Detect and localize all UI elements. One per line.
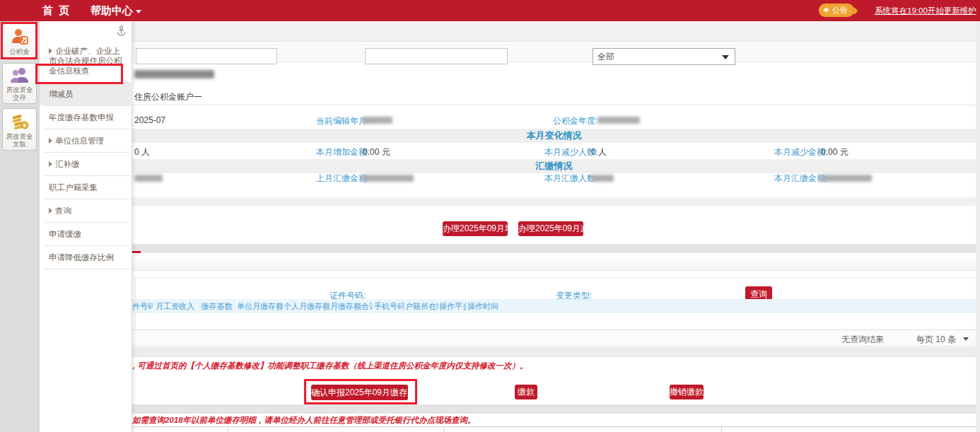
icon-rail: 公积金 房改资金 交存 ¥ 房改资金 xyxy=(0,21,40,432)
remit-count-label: 本月汇缴人数: xyxy=(544,173,597,185)
add-member-button[interactable]: 办理2025年09月增员 xyxy=(443,221,508,236)
change-type-value: 全部 xyxy=(597,52,614,62)
current-edit-month-label: 当前编辑年月: xyxy=(316,115,369,127)
note-query-history: 如需查询2018年以前单位缴存明细，请单位经办人前往任意管理部或受托银行代办点现… xyxy=(132,415,476,426)
section-monthly-change: 本月变化情况 xyxy=(132,129,976,143)
speaker-icon xyxy=(823,6,830,13)
name-input[interactable] xyxy=(136,48,277,64)
company-name-redacted xyxy=(134,70,214,78)
menu-item-remit-supplement[interactable]: 汇补缴 xyxy=(40,153,132,175)
section-remittance: 汇缴情况 xyxy=(132,159,976,173)
add-count-value: 0 人 xyxy=(134,146,150,158)
person-edit-icon xyxy=(11,28,29,46)
menu-item-add-remove-member[interactable]: 增减员 xyxy=(40,83,132,105)
menu-item-annual-base-declare[interactable]: 年度缴存基数申报 xyxy=(40,106,132,129)
anchor-icon[interactable] xyxy=(117,25,126,36)
expand-arrow-icon xyxy=(49,208,52,214)
remit-col1-redacted xyxy=(134,175,163,182)
sidebar-item-gongjijin[interactable]: 公积金 xyxy=(2,23,37,58)
minus-count-label: 本月减少人数: xyxy=(544,146,597,158)
minus-amount-label: 本月减少金额: xyxy=(774,146,827,158)
col-operate-time: 操作时间 xyxy=(467,299,498,313)
add-amount-value: 0.00 元 xyxy=(363,146,390,158)
confirm-declare-button[interactable]: 确认申报2025年09月缴存人员名单 xyxy=(311,385,408,400)
pagination-row: 无查询结果 每页 10 条 xyxy=(132,329,976,346)
col-registered-place: 户籍所在地 xyxy=(405,299,439,313)
notice-badge[interactable]: 公告 xyxy=(819,4,854,17)
remit-amount-redacted xyxy=(821,175,872,182)
gap-band2 xyxy=(132,347,976,357)
menu-item-employee-household[interactable]: 职工户籍采集 xyxy=(40,176,132,199)
expand-arrow-icon xyxy=(49,138,52,144)
people-icon xyxy=(10,67,30,84)
page-size-select[interactable]: 每页 10 条 xyxy=(916,334,956,346)
main-content: 住房公积金账户一 2025-07 当前编辑年月: 公积金年度: 本月变化情况 0… xyxy=(132,21,976,432)
gap-band3 xyxy=(132,404,976,414)
col-deposit-base: 缴存基数 xyxy=(197,299,237,313)
tabbar-band xyxy=(132,253,976,271)
last-remit-label: 上月汇缴金额: xyxy=(316,173,369,185)
sidebar-item-label: 交存 xyxy=(4,93,35,101)
result-table-header: 件号码 月工资收入 缴存基数 单位月缴存额 个人月缴存额 月缴存额合计 手机号码… xyxy=(132,299,976,313)
coins-icon: ¥ xyxy=(10,112,30,131)
sidebar-item-fanggai-withdraw[interactable]: ¥ 房改资金 支取 xyxy=(2,108,37,151)
change-type-select[interactable]: 全部 xyxy=(593,48,735,65)
side-menu-panel: 企业破产、企业上市合法合规住房公积金信息核查 增减员 年度缴存基数申报 单位信息… xyxy=(40,21,132,432)
menu-item-enterprise-check[interactable]: 企业破产、企业上市合法合规住房公积金信息核查 xyxy=(40,40,132,82)
fund-year-label: 公积金年度: xyxy=(553,115,597,127)
expand-arrow-icon xyxy=(49,161,52,167)
menu-item-query[interactable]: 查询 xyxy=(40,199,132,222)
toolbar-band xyxy=(132,21,976,42)
minus-count-value: 0 人 xyxy=(591,146,607,158)
bottom-table-strip xyxy=(132,426,976,432)
col-phone: 手机号码 xyxy=(374,299,405,313)
col-monthly-salary: 月工资收入 xyxy=(153,299,197,313)
col-id-number: 件号码 xyxy=(132,299,153,313)
menu-item-apply-defer[interactable]: 申请缓缴 xyxy=(40,223,132,245)
note-adjust-base: ，可通过首页的【个人缴存基数修改】功能调整职工缴存基数（线上渠道住房公积金年度内… xyxy=(129,361,528,371)
remit-count-redacted xyxy=(591,175,614,182)
nav-help-center[interactable]: 帮助中心 xyxy=(91,4,141,18)
side-menu-list: 企业破产、企业上市合法合规住房公积金信息核查 增减员 年度缴存基数申报 单位信息… xyxy=(40,40,132,269)
sidebar-item-label: 支取 xyxy=(4,140,35,148)
col-unit-monthly: 单位月缴存额 xyxy=(237,299,284,313)
col-monthly-total: 月缴存额合计 xyxy=(330,299,374,313)
fund-year-redacted xyxy=(597,117,640,124)
svg-text:¥: ¥ xyxy=(23,123,26,128)
add-amount-label: 本月增加金额: xyxy=(316,146,369,158)
badge-tail xyxy=(851,8,858,15)
pay-button[interactable]: 缴款 xyxy=(515,385,537,399)
chevron-down-icon xyxy=(136,10,141,13)
edit-month-value: 2025-07 xyxy=(134,115,165,125)
chevron-down-icon xyxy=(722,55,729,59)
current-edit-month-redacted xyxy=(363,117,392,124)
col-personal-monthly: 个人月缴存额 xyxy=(284,299,330,313)
nav-home[interactable]: 首 页 xyxy=(42,4,71,18)
menu-item-unit-info[interactable]: 单位信息管理 xyxy=(40,129,132,152)
top-navbar: 首 页 帮助中心 公告 系统将在19:00开始更新维护 xyxy=(0,0,980,21)
app-window: 住房公积金账户一 2025-07 当前编辑年月: 公积金年度: 本月变化情况 0… xyxy=(0,0,980,432)
sidebar-item-label: 房改资金 xyxy=(4,86,35,93)
lower-gap-band xyxy=(132,244,976,253)
empty-result-text: 无查询结果 xyxy=(841,334,884,346)
section-gap-band xyxy=(132,197,976,206)
sidebar-item-label: 房改资金 xyxy=(4,132,35,140)
minus-amount-value: 0.00 元 xyxy=(821,146,848,158)
remove-member-button[interactable]: 办理2025年09月减员 xyxy=(518,221,583,236)
menu-item-apply-lower-ratio[interactable]: 申请降低缴存比例 xyxy=(40,246,132,269)
id-number-input[interactable] xyxy=(365,48,508,64)
last-remit-redacted xyxy=(363,175,414,182)
remit-amount-label: 本月汇缴金额: xyxy=(774,173,827,185)
maintenance-notice-link[interactable]: 系统将在19:00开始更新维护 xyxy=(875,6,976,16)
cancel-pay-button[interactable]: 撤销缴款 xyxy=(670,385,704,399)
sidebar-item-label: 公积金 xyxy=(4,47,35,55)
col-platform: 操作平台 xyxy=(439,299,467,313)
chevron-down-icon[interactable] xyxy=(963,337,969,341)
sidebar-item-fanggai-deposit[interactable]: 房改资金 交存 xyxy=(2,63,37,104)
expand-arrow-icon xyxy=(49,48,52,54)
account-type-label: 住房公积金账户一 xyxy=(134,91,202,103)
